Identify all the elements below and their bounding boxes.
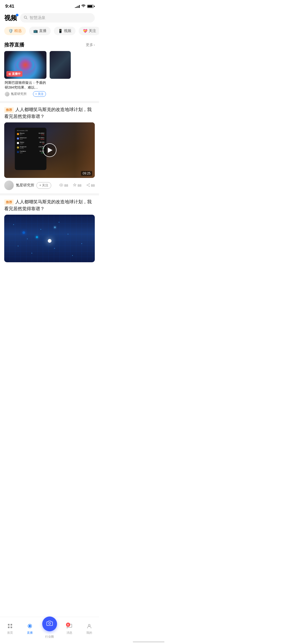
circuit-dots [4,215,95,262]
tab-follow[interactable]: 💝 关注 [79,27,99,35]
live-card-info-1: 阿斯巴甜致癌疑云：予盾的研284究结果、难以… 氪星研究所 + 关注 [4,79,46,97]
live-cards-row: 直播中 阿斯巴甜致癌疑云：予盾的研284究结果、难以… 氪星研究所 + 关注 [0,51,99,101]
share-icon [86,183,90,188]
video-post-title-2: 推荐人人都嘲笑马斯克的改造地球计划，我看完居然觉得靠谱？ [4,199,95,212]
tab-featured-label: 精选 [14,29,22,33]
tab-featured[interactable]: 🛡️ 精选 [4,27,26,35]
title-dot [16,14,18,16]
live-card-1[interactable]: 直播中 阿斯巴甜致癌疑云：予盾的研284究结果、难以… 氪星研究所 + 关注 [4,51,46,97]
video-thumb-main-1[interactable]: All markets 283 Bitcoin BTC 60,8282 -0.2… [4,122,95,178]
shares-stat-1: 88 [86,183,95,188]
live-card-title-1: 阿斯巴甜致癌疑云：予盾的研284究结果、难以… [5,80,46,90]
chevron-right-icon: › [94,43,95,47]
meta-stats-1: 88 88 88 [59,183,95,188]
video-duration-1: 09:25 [81,171,92,176]
views-count-1: 88 [64,183,68,187]
author-avatar-main-1 [4,181,14,190]
search-placeholder-text: 智慧汤泉 [30,15,45,20]
follow-btn-main-1[interactable]: + 关注 [36,182,51,189]
author-avatar-sm-1 [5,92,10,96]
app-title-wrap: 视频 [4,14,17,22]
stars-count-1: 88 [78,183,81,187]
signal-icon [75,5,80,8]
svg-point-5 [61,185,62,186]
star-icon [73,183,77,188]
svg-point-8 [87,185,87,185]
brain-visual [16,58,35,72]
svg-point-6 [89,183,89,184]
more-link[interactable]: 更多 › [86,43,95,47]
video-post-1: 推荐人人都嘲笑马斯克的改造地球计划，我看完居然觉得靠谱？ All markets… [0,101,99,193]
views-stat-1: 88 [59,183,68,187]
wifi-icon [81,4,86,8]
search-bar[interactable]: 智慧汤泉 [20,13,95,22]
live-thumbnail-1: 直播中 [4,51,46,79]
recommend-tag-2: 推荐 [4,199,14,205]
video-thumb-main-2[interactable] [4,215,95,262]
battery-icon [87,5,94,8]
tab-live-icon: 📺 [33,29,38,33]
status-icons [75,4,94,8]
shares-count-1: 88 [91,183,95,187]
svg-rect-4 [11,73,11,75]
more-label: 更多 [86,43,93,47]
video-meta-1: 氪星研究所 + 关注 88 88 [4,178,95,193]
live-badge: 直播中 [6,71,22,77]
follow-btn-1[interactable]: + 关注 [33,91,46,97]
live-wave-icon [8,73,11,75]
tab-video-label: 视频 [64,29,71,33]
play-button-1[interactable] [43,143,56,157]
recommended-live-header: 推荐直播 更多 › [0,38,99,51]
recommend-tag-1: 推荐 [4,107,14,113]
tabs-row: 🛡️ 精选 📺 直播 📱 视频 💝 关注 [0,26,99,38]
svg-rect-3 [10,73,10,75]
header: 视频 智慧汤泉 [0,11,99,26]
play-icon-1 [48,148,53,153]
stars-stat-1: 88 [73,183,81,188]
video-post-2: 推荐人人都嘲笑马斯克的改造地球计划，我看完居然觉得靠谱？ [0,193,99,281]
tab-follow-label: 关注 [89,29,96,33]
tab-live-label: 直播 [39,29,46,33]
tab-live[interactable]: 📺 直播 [29,27,51,35]
live-badge-text: 直播中 [12,72,21,76]
live-card-author-1: 氪星研究所 + 关注 [5,91,46,97]
tab-video-icon: 📱 [58,29,63,33]
tab-follow-icon: 💝 [83,29,87,33]
recommended-live-title: 推荐直播 [4,42,24,48]
video-post-title-1: 推荐人人都嘲笑马斯克的改造地球计划，我看完居然觉得靠谱？ [4,106,95,120]
author-name-main-1: 氪星研究所 [16,183,34,188]
svg-point-0 [24,16,27,19]
svg-rect-2 [9,73,10,75]
search-icon [24,16,27,20]
status-bar: 9:41 [0,0,99,11]
eye-icon [59,183,63,187]
app-title: 视频 [4,14,17,21]
svg-point-7 [89,186,89,187]
video-bg-circuit [4,215,95,262]
crypto-screen: All markets 283 Bitcoin BTC 60,8282 -0.2… [15,128,46,170]
tab-video[interactable]: 📱 视频 [54,27,76,35]
svg-rect-1 [8,74,9,74]
live-card-2[interactable] [50,51,71,97]
live-thumbnail-2 [50,51,71,79]
tab-featured-icon: 🛡️ [8,29,13,33]
status-time: 9:41 [5,4,14,9]
author-name-sm-1: 氪星研究所 [11,92,27,96]
